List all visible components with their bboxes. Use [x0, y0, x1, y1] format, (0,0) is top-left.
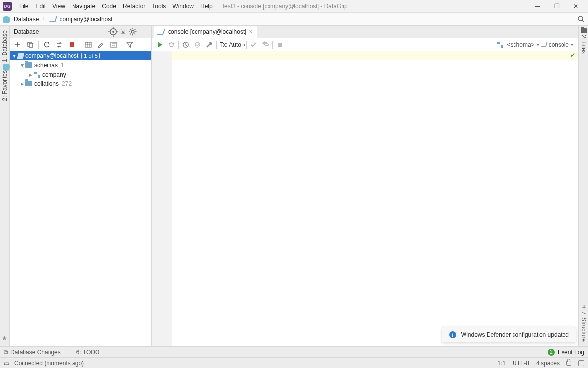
status-text: Connected (moments ago) [14, 360, 84, 367]
tree-collations-row[interactable]: ▸ collations 272 [10, 79, 151, 88]
editor-tab-bar: console [company@localhost] × [152, 26, 578, 38]
search-everywhere-button[interactable] [577, 15, 585, 23]
explain-plan-button[interactable] [192, 39, 203, 50]
menu-help[interactable]: Help [197, 3, 216, 10]
duplicate-button[interactable] [24, 39, 36, 50]
cancel-query-button[interactable] [274, 39, 286, 50]
close-tab-icon[interactable]: × [249, 28, 253, 35]
svg-point-8 [131, 30, 134, 33]
debug-button[interactable] [166, 39, 177, 50]
svg-rect-10 [29, 43, 33, 47]
tree-schema-company-row[interactable]: ▸ company [10, 70, 151, 79]
bottom-dbchanges-label: Database Changes [10, 349, 61, 356]
caret-position[interactable]: 1:1 [497, 360, 506, 367]
db-panel-target-icon[interactable] [108, 27, 118, 37]
menu-window[interactable]: Window [169, 3, 197, 10]
readonly-lock-icon[interactable] [566, 361, 571, 366]
editor-body[interactable]: ✔ [152, 51, 578, 346]
console-dropdown-label: console [549, 41, 569, 48]
database-cylinder-icon [3, 16, 10, 22]
right-rail-structure-tab[interactable]: ⌗ 7: Structure [580, 304, 587, 342]
menu-file[interactable]: File [16, 3, 32, 10]
editor-tab-label: console [company@localhost] [168, 28, 246, 35]
svg-line-20 [169, 43, 170, 44]
menu-refactor[interactable]: Refactor [120, 3, 148, 10]
bottom-event-log[interactable]: 2 Event Log [548, 349, 584, 356]
tree-datasource-label: company@localhost [25, 53, 78, 59]
statusbar-prefix-icon[interactable]: ▭ [4, 360, 9, 367]
breadcrumb-root-label: Database [14, 16, 39, 23]
code-area[interactable]: ✔ [172, 51, 578, 346]
chevron-right-icon[interactable]: ▸ [19, 80, 25, 87]
filter-button[interactable] [124, 39, 136, 50]
notification-balloon[interactable]: i Windows Defender configuration updated [442, 327, 576, 342]
schema-dropdown-label: <schema> [507, 41, 535, 48]
svg-line-21 [173, 43, 174, 44]
structure-icon: ⌗ [580, 304, 587, 310]
tx-label: Tx: Auto [220, 41, 241, 48]
info-icon: i [449, 331, 456, 338]
sync-button[interactable] [53, 39, 65, 50]
chevron-down-icon: ▾ [537, 42, 539, 47]
file-encoding[interactable]: UTF-8 [513, 360, 529, 367]
menu-navigate[interactable]: Navigate [69, 3, 98, 10]
minimize-button[interactable]: — [535, 3, 540, 10]
inspections-face-icon[interactable] [578, 360, 584, 366]
stop-button[interactable] [66, 39, 78, 50]
menu-view[interactable]: View [49, 3, 69, 10]
left-rail-database-tab[interactable]: 1: Database [0, 30, 9, 70]
list-icon: ≣ [70, 349, 74, 356]
left-tool-stripe: 1: Database 2: Favorites ★ [0, 26, 10, 346]
db-panel-settings-icon[interactable] [128, 27, 138, 37]
chevron-right-icon[interactable]: ▸ [27, 71, 34, 78]
database-cylinder-icon [3, 64, 9, 71]
window-title: test3 - console [company@localhost] - Da… [223, 3, 348, 10]
tree-schemas-row[interactable]: ▾ schemas 1 [10, 60, 151, 70]
menu-tools[interactable]: Tools [148, 3, 169, 10]
breadcrumb-root[interactable]: Database [3, 16, 39, 23]
schema-dropdown[interactable]: <schema> ▾ [497, 41, 539, 48]
right-rail-files-tab[interactable]: 2: Files [580, 28, 587, 54]
db-panel-hide-icon[interactable]: — [138, 28, 147, 35]
edit-button[interactable] [95, 39, 107, 50]
db-panel-title: Database [14, 28, 108, 35]
inspection-ok-icon[interactable]: ✔ [570, 52, 575, 59]
db-tree[interactable]: ▾ company@localhost 1 of 5 ▾ schemas 1 ▸… [10, 51, 151, 346]
editor-tab-console[interactable]: console [company@localhost] × [154, 26, 257, 38]
right-rail-structure-label: 7: Structure [580, 311, 587, 342]
breadcrumb-current[interactable]: company@localhost [50, 16, 112, 23]
schema-icon [34, 72, 40, 78]
svg-rect-11 [85, 42, 91, 47]
tx-mode-dropdown[interactable]: Tx: Auto ▾ [218, 41, 245, 48]
editor-area: console [company@localhost] × Tx: Auto ▾ [152, 26, 578, 346]
chevron-down-icon[interactable]: ▾ [19, 62, 25, 69]
svg-point-23 [195, 42, 200, 47]
bottom-eventlog-label: Event Log [558, 349, 584, 356]
refresh-button[interactable] [41, 39, 52, 50]
maximize-button[interactable]: ❐ [554, 3, 560, 10]
run-button[interactable] [154, 39, 166, 50]
menu-edit[interactable]: Edit [32, 3, 49, 10]
left-rail-favorites-tab[interactable]: 2: Favorites [1, 70, 8, 101]
bottom-todo[interactable]: ≣ 6: TODO [70, 349, 100, 356]
indent-setting[interactable]: 4 spaces [536, 360, 560, 367]
close-window-button[interactable]: ✕ [573, 3, 578, 10]
status-bar: ▭ Connected (moments ago) 1:1 UTF-8 4 sp… [0, 357, 588, 368]
tree-collations-label: collations [34, 80, 59, 87]
history-button[interactable] [180, 39, 192, 50]
table-view-button[interactable] [82, 39, 94, 50]
commit-button[interactable] [248, 39, 260, 50]
view-ddl-button[interactable] [108, 39, 120, 50]
db-panel-split-icon[interactable]: ⇲ [118, 28, 128, 35]
menu-code[interactable]: Code [98, 3, 120, 10]
left-rail-database-label: 1: Database [1, 30, 8, 62]
tree-datasource-row[interactable]: ▾ company@localhost 1 of 5 [10, 51, 151, 60]
svg-point-0 [578, 16, 583, 21]
bottom-database-changes[interactable]: ⧉ Database Changes [4, 349, 61, 356]
svg-rect-24 [278, 43, 282, 47]
rollback-button[interactable] [260, 39, 271, 50]
console-dropdown[interactable]: console ▾ [542, 41, 573, 48]
add-datasource-button[interactable] [12, 39, 24, 50]
settings-wrench-button[interactable] [203, 39, 215, 50]
breadcrumb-current-label: company@localhost [59, 16, 112, 23]
